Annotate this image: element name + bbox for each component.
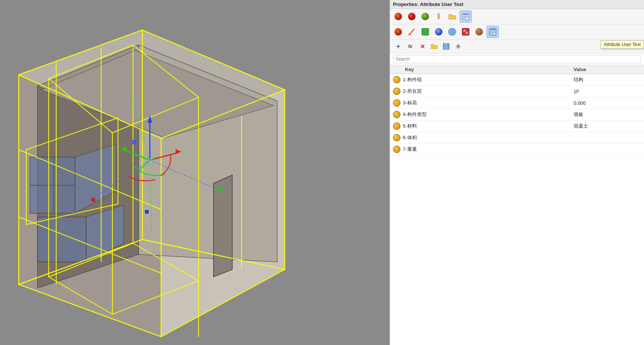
table-row[interactable]: 2-所在层 1F [390,86,644,97]
row-key: 6-体积 [403,134,574,141]
row-value: 结构 [574,76,641,83]
svg-marker-11 [37,217,86,262]
svg-rect-55 [438,13,439,14]
row-value: 混凝土 [574,123,641,129]
table-row[interactable]: 6-体积 [390,132,644,144]
row-value: 墙板 [574,111,641,118]
col-value-header: Value [574,67,641,72]
table-row[interactable]: 7-重量 [390,144,644,155]
svg-line-62 [409,29,414,34]
svg-rect-81 [444,43,447,46]
svg-point-51 [408,13,415,20]
svg-rect-49 [133,140,136,144]
row-status-icon [393,88,400,95]
svg-rect-46 [145,210,148,213]
folder-btn[interactable] [446,10,458,22]
svg-point-52 [421,13,429,20]
toolbar-row-1 [390,9,644,24]
paint-btn[interactable] [419,10,431,22]
col-icon-header [393,67,403,72]
svg-marker-54 [438,18,439,20]
table-row[interactable]: 1-构件组 结构 [390,74,644,86]
row-key: 1-构件组 [403,76,574,83]
row-status-icon [393,99,400,107]
svg-rect-64 [422,28,429,35]
search-container [390,54,644,65]
row-status-icon [393,122,400,130]
settings-button[interactable] [453,41,463,52]
3d-viewport[interactable] [0,0,390,345]
svg-rect-45 [92,198,95,201]
table-row[interactable]: 5-材料 混凝土 [390,120,644,132]
svg-point-63 [408,34,411,35]
table-row[interactable]: 4-构件类型 墙板 [390,109,644,120]
svg-marker-8 [214,175,232,277]
svg-rect-47 [219,189,222,192]
attribute-user-text-btn[interactable] [460,10,472,22]
col-key-header: Key [403,67,574,72]
row-status-icon [393,134,400,141]
color-ball-btn[interactable] [392,10,404,22]
table-header: Key Value [390,65,644,74]
toolbar-row-2 [390,24,644,40]
tooltip-popup: Attribute User Text [601,40,644,49]
svg-rect-72 [463,30,466,32]
attr-text-active-btn[interactable] [487,26,499,38]
color-wheel-btn[interactable] [392,26,404,38]
row-key: 4-构件类型 [403,111,574,118]
svg-rect-82 [444,46,448,49]
pencil-btn[interactable] [433,10,445,22]
search-input[interactable] [393,55,641,63]
row-status-icon [393,76,400,83]
blue-ball-btn[interactable] [433,26,445,38]
row-value: 1F [574,89,641,94]
svg-rect-57 [463,14,468,15]
svg-point-65 [435,28,442,36]
add-button[interactable]: + [393,41,403,52]
row-key: 7-重量 [403,146,574,153]
wood-icon-btn[interactable] [473,26,485,38]
green-square-btn[interactable] [419,26,431,38]
fx-button[interactable]: fx [405,41,415,52]
brush-btn[interactable] [406,26,418,38]
table-row[interactable]: 3-标高 0.000 [390,97,644,109]
folder-open-button[interactable] [429,41,439,52]
svg-point-50 [394,13,402,20]
row-key: 5-材料 [403,123,574,129]
row-key: 2-所在层 [403,88,574,95]
row-status-icon [393,111,400,118]
panel-title: Properties: Attribute User Text [390,0,644,9]
delete-button[interactable]: ✕ [417,41,427,52]
svg-point-83 [457,45,459,48]
row-value: 0.000 [574,100,641,106]
properties-panel: Properties: Attribute User Text [390,0,644,345]
row-key: 3-标高 [403,100,574,106]
save-button[interactable] [441,41,451,52]
svg-rect-73 [466,32,468,34]
red-box-btn[interactable] [460,26,472,38]
attr-table: 1-构件组 结构 2-所在层 1F 3-标高 0.000 4-构件类型 墙板 5… [390,74,644,345]
globe-btn[interactable] [446,26,458,38]
row-status-icon [393,146,400,153]
material-btn[interactable] [406,10,418,22]
svg-rect-76 [490,29,495,30]
